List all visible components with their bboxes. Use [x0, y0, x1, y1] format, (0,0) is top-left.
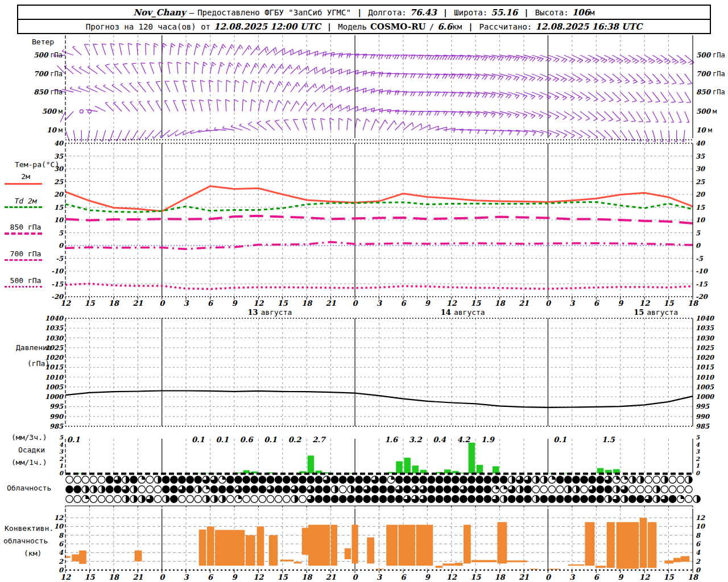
svg-text:25: 25 [696, 178, 705, 186]
convective-bar [568, 564, 584, 566]
cloud-symbol [283, 476, 291, 484]
svg-text:0: 0 [696, 470, 700, 476]
cloud-panel [65, 476, 700, 508]
cloud-symbol [428, 496, 435, 503]
svg-text:10: 10 [696, 522, 706, 530]
svg-text:985: 985 [49, 422, 64, 430]
cloud-symbol [283, 496, 291, 503]
cloud-symbol [331, 476, 338, 484]
svg-text:9: 9 [618, 573, 624, 581]
cloud-symbol [452, 496, 459, 503]
svg-text:6: 6 [208, 299, 214, 307]
svg-text:1000: 1000 [696, 393, 715, 401]
cloud-symbol [540, 496, 548, 503]
svg-text:1.5: 1.5 [602, 435, 615, 444]
cloud-symbol [187, 486, 194, 493]
cloud-symbol [476, 486, 483, 493]
svg-text:995: 995 [696, 402, 710, 410]
cloud-symbol [74, 486, 81, 493]
svg-text:1010: 1010 [696, 373, 715, 381]
convective-bar [640, 518, 647, 568]
svg-text:15: 15 [664, 573, 675, 581]
svg-text:30: 30 [54, 165, 64, 173]
cloud-symbol [597, 486, 604, 493]
cloud-symbol [669, 486, 676, 493]
convective-bar [648, 522, 657, 568]
svg-text:0: 0 [159, 299, 166, 307]
convective-bar [280, 560, 294, 562]
svg-text:1030: 1030 [45, 334, 64, 342]
convective-bar [595, 566, 606, 568]
svg-text:12: 12 [446, 299, 457, 307]
cloud-symbol [669, 496, 676, 503]
convective-bar [442, 564, 454, 566]
svg-text:12: 12 [639, 573, 650, 581]
svg-text:5: 5 [696, 229, 701, 237]
svg-text:1035: 1035 [45, 324, 64, 332]
convective-bar [617, 522, 639, 569]
cloud-symbol [444, 476, 451, 484]
svg-text:1020: 1020 [45, 354, 64, 361]
convective-bar [135, 551, 142, 562]
svg-text:5: 5 [59, 229, 64, 237]
svg-text:2: 2 [696, 456, 700, 462]
svg-text:1: 1 [696, 463, 700, 469]
svg-text:3: 3 [59, 448, 64, 455]
svg-text:3.2: 3.2 [409, 435, 423, 444]
svg-text:5: 5 [696, 434, 700, 440]
cloud-symbol [387, 496, 395, 503]
svg-text:10: 10 [54, 216, 64, 224]
cloud-symbol [74, 476, 81, 484]
cloud-symbol [227, 496, 234, 503]
meteogram-page: Nov_Chany — Предоставлено ФГБУ "ЗапСиб У… [0, 0, 728, 582]
convective-bar [207, 526, 214, 566]
cloud-symbol [677, 486, 684, 493]
cloud-symbol [371, 486, 379, 493]
svg-text:18: 18 [301, 573, 313, 581]
svg-text:2: 2 [59, 558, 64, 566]
wind-barbs-panel [53, 43, 694, 142]
cloud-symbol [500, 476, 507, 484]
precip-bar [477, 465, 483, 473]
cloud-symbol [227, 476, 234, 484]
svg-text:3: 3 [377, 299, 382, 307]
cloud-symbol [589, 496, 596, 503]
cloud-symbol [243, 486, 250, 493]
cloud-symbol [589, 476, 596, 484]
cloud-symbol [283, 486, 291, 493]
convective-bar [454, 563, 462, 566]
svg-text:10: 10 [54, 522, 64, 530]
cloud-symbol [661, 486, 668, 493]
svg-text:0.1: 0.1 [216, 435, 229, 444]
convective-bar [302, 528, 308, 555]
cloud-symbol [428, 476, 435, 484]
precip-bar [493, 466, 499, 473]
svg-text:1020: 1020 [696, 354, 715, 361]
svg-text:4: 4 [59, 442, 64, 448]
svg-text:985: 985 [696, 422, 710, 430]
cloud-symbol [484, 476, 491, 484]
cloud-symbol [267, 496, 274, 503]
svg-text:0: 0 [545, 299, 552, 307]
convective-bar [308, 525, 330, 566]
convective-bar [72, 554, 79, 561]
svg-text:3: 3 [184, 573, 189, 581]
cloud-symbol [138, 486, 146, 493]
cloud-symbol [371, 496, 379, 503]
cloud-symbol [395, 476, 403, 484]
svg-text:6: 6 [696, 540, 701, 548]
cloud-symbol [677, 476, 684, 484]
convective-bar [331, 525, 337, 566]
cloud-symbol [524, 496, 532, 503]
svg-text:2.7: 2.7 [312, 435, 326, 444]
cloud-symbol [460, 476, 468, 484]
svg-text:0.1: 0.1 [264, 435, 277, 444]
svg-text:12: 12 [696, 514, 705, 522]
convective-bar [416, 525, 433, 566]
svg-text:1025: 1025 [45, 344, 64, 352]
cloud-symbol [106, 486, 113, 493]
svg-text:40: 40 [54, 139, 64, 147]
svg-text:13августа: 13августа [247, 308, 292, 317]
svg-text:15: 15 [696, 203, 705, 211]
svg-text:6: 6 [400, 299, 407, 307]
